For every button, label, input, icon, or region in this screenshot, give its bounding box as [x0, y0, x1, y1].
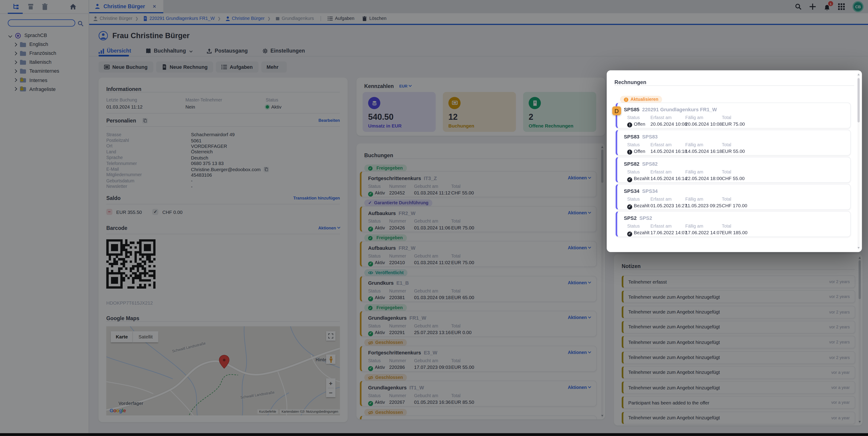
column-header: Fällig am [685, 170, 703, 175]
update-pill-label: Aktualisieren [630, 97, 658, 102]
column-header: Erfasst am [650, 170, 672, 175]
erfasst-value: 14.05.2024 16:14 [650, 175, 687, 181]
invoice-title: SPS34 [624, 188, 640, 194]
rechnung-card[interactable]: SPS34SPS34 Status Erfasst am Fällig am T… [616, 184, 851, 210]
status-value: !Offen [627, 121, 645, 127]
status-value: !Offen [627, 148, 645, 155]
erfasst-value: 17.06.2022 14:07 [650, 230, 687, 235]
invoice-title: SPS2 [624, 215, 637, 221]
rechnung-card[interactable]: SPS85220291 Grundlagenkurs FR1_W Status … [616, 103, 851, 128]
rechnung-card[interactable]: SPS82SPS82 Status Erfasst am Fällig am T… [616, 157, 851, 183]
status-icon: ✓ [627, 231, 632, 236]
faellig-value: 22.05.2024 18:00 [685, 175, 722, 181]
column-header: Erfasst am [650, 224, 672, 229]
status-icon: ✓ [627, 204, 632, 209]
column-header: Fällig am [685, 197, 703, 202]
column-header: Total [722, 170, 731, 175]
column-header: Erfasst am [650, 115, 672, 120]
rechnung-card[interactable]: SPS2SPS2 Status Erfasst am Fällig am Tot… [616, 211, 851, 237]
column-header: Erfasst am [650, 197, 672, 202]
erfasst-value: 20.06.2024 10:08 [650, 121, 687, 127]
column-header: Status [627, 115, 640, 120]
scrollbar[interactable] [858, 73, 860, 250]
column-header: Status [627, 224, 640, 229]
column-header: Status [627, 170, 640, 175]
status-value: ✓Bezahlt [627, 203, 650, 209]
invoice-title: SPS82 [624, 161, 640, 167]
column-header: Status [627, 197, 640, 202]
column-header: Fällig am [685, 142, 703, 147]
popup-title: Rechnungen [615, 79, 646, 85]
drag-ghost: D [612, 106, 621, 115]
total-value: EUR 55.00 [722, 148, 745, 154]
total-value: CHF 55.00 [722, 175, 745, 181]
rechnungen-popup: Rechnungen D !Aktualisieren SPS85220291 … [607, 70, 862, 252]
column-header: Status [627, 142, 640, 147]
invoice-code: SPS82 [642, 161, 658, 167]
faellig-value: 11.05.2023 09:25 [685, 203, 722, 208]
invoice-code: SPS34 [642, 188, 658, 194]
column-header: Erfasst am [650, 142, 672, 147]
faellig-value: 14.05.2024 16:18 [685, 148, 722, 154]
invoice-code: SPS83 [642, 134, 658, 140]
invoice-title: SPS83 [624, 134, 640, 140]
column-header: Total [722, 115, 731, 120]
total-value: EUR 185.00 [722, 230, 747, 235]
invoice-code: SPS2 [640, 215, 652, 221]
faellig-value: 20.06.2024 10:08 [685, 121, 722, 127]
status-icon: ! [627, 150, 632, 155]
invoice-code: 220291 Grundlagenkurs FR1_W [642, 107, 717, 112]
erfasst-value: 01.05.2023 16:27 [650, 203, 687, 208]
faellig-value: 17.06.2022 14:07 [685, 230, 722, 235]
column-header: Total [722, 197, 731, 202]
column-header: Fällig am [685, 115, 703, 120]
status-value: ✓Bezahlt [627, 175, 650, 182]
window-bottom-edge [0, 433, 868, 436]
status-value: ✓Bezahlt [627, 230, 650, 236]
invoice-title: SPS85 [624, 107, 640, 112]
column-header: Total [722, 142, 731, 147]
application-window: Christine Bürger × 1 CB ❯ Christine Bürg… [0, 0, 868, 436]
status-icon: ✓ [627, 177, 632, 182]
column-header: Fällig am [685, 224, 703, 229]
rechnung-card[interactable]: SPS83SPS83 Status Erfasst am Fällig am T… [616, 129, 851, 155]
erfasst-value: 14.05.2024 16:18 [650, 148, 687, 154]
status-icon: ! [627, 122, 632, 127]
total-value: CHF 170.00 [722, 203, 747, 208]
column-header: Total [722, 224, 731, 229]
total-value: EUR 75.00 [722, 121, 745, 127]
update-pill: !Aktualisieren [620, 96, 662, 103]
